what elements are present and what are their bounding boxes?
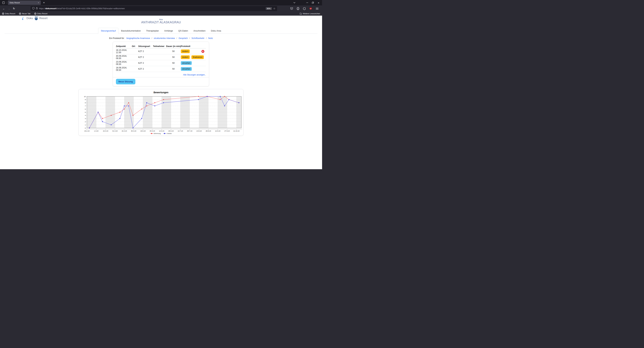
bookmark-star-icon[interactable]: ☆ — [273, 7, 276, 10]
tab-therapieplan[interactable]: Therapieplan — [144, 28, 162, 34]
session-table-body: 16.10.2024, 12:30KZT 250ändern✖30.09.202… — [116, 48, 206, 72]
tab-anhaenge[interactable]: Anhänge — [162, 28, 176, 34]
tab-basisdokumentation[interactable]: Basisdokumentation — [118, 28, 144, 34]
svg-text:27.9.24: 27.9.24 — [224, 130, 230, 132]
col-teilnehmer: Teilnehmer — [153, 45, 166, 48]
separator: / — [206, 37, 206, 40]
tab-list-chevron-icon[interactable] — [292, 0, 297, 5]
extensions-puzzle-icon[interactable] — [302, 7, 306, 10]
session-zeitpunkt: 30.09.2024, 09:30 — [116, 55, 132, 60]
restore-window-button[interactable] — [310, 0, 316, 5]
page-content: Doku Resort Akte ANTHRAZIT ALASKAGRAU Si… — [0, 16, 322, 169]
url-bar[interactable]: https://dokuresort/detail?id=52cda235-2e… — [30, 6, 277, 11]
svg-text:10: 10 — [84, 96, 86, 98]
lock-icon[interactable] — [36, 7, 38, 10]
bookmarks-overflow-label: Weitere Lesezeichen — [303, 12, 320, 14]
session-sitzungsart: KZT 2 — [138, 50, 153, 52]
finalisieren-button[interactable]: finalisieren — [192, 55, 204, 59]
url-text[interactable]: https://dokuresort/detail?id=52cda235-2e… — [39, 8, 264, 10]
protocol-link-gespraech[interactable]: Gespräch — [179, 37, 188, 40]
bookmark-item[interactable]: Doku Resort — [34, 12, 48, 15]
tab-close-icon[interactable]: × — [37, 1, 40, 4]
protocol-link-notiz[interactable]: Notiz — [208, 37, 213, 40]
session-delete-cell: ✖ — [202, 50, 206, 53]
separator: / — [152, 37, 152, 40]
bookmark-label: Neuer Tab — [22, 12, 30, 14]
bookmark-label: Doku Resort — [5, 12, 15, 14]
firefox-view-icon[interactable] — [1, 0, 6, 5]
ändern-button[interactable]: ändern — [181, 55, 190, 59]
svg-text:13.8.24: 13.8.24 — [196, 130, 202, 132]
bookmark-item[interactable]: Neuer Tab — [19, 12, 30, 15]
ändern-button[interactable]: ändern — [181, 50, 190, 53]
tab-doku-area[interactable]: Doku Area — [208, 28, 224, 34]
session-actions: einsehen — [181, 67, 202, 71]
protocol-link-biographische-anamnese[interactable]: biographische Anamnese — [126, 37, 150, 40]
sessions-table: Zeitpunkt Ort Sitzungsart Teilnehmer Dau… — [113, 42, 209, 72]
new-session-button[interactable]: Neue Sitzung — [116, 79, 136, 84]
session-actions: einsehen — [181, 61, 202, 65]
session-dauer: 50 — [166, 50, 181, 52]
svg-text:uO: uO — [310, 8, 311, 9]
session-row: 16.09.2024, 09:30KZT 250einsehen — [116, 66, 206, 72]
protocol-bar: Ein Protokoll für: biographische Anamnes… — [0, 37, 322, 40]
chart-card: Bewertungen 15.2.241.3.2416.3.2431.3.241… — [78, 89, 244, 136]
svg-text:3: 3 — [85, 118, 86, 120]
session-sitzungsart: KZT 2 — [138, 56, 153, 58]
session-sitzungsart: KZT 2 — [138, 62, 153, 64]
account-icon[interactable] — [296, 7, 300, 10]
delete-session-button[interactable]: ✖ — [202, 50, 204, 53]
url-path: /detail?id=52cda235-2e46-4cb1-83fe-90fb6… — [56, 8, 125, 10]
session-row: 30.09.2024, 09:30KZT 250ändernfinalisier… — [116, 54, 206, 60]
forward-button[interactable]: → — [6, 6, 12, 11]
show-all-sessions-link[interactable]: Alle Sitzungen anzeigen.. — [183, 74, 206, 76]
tab-separator — [7, 2, 7, 4]
session-zeitpunkt: 23.09.2024, 09:30 — [116, 61, 132, 66]
tab-qs-daten[interactable]: QS-Daten — [176, 28, 191, 34]
globe-icon — [19, 12, 21, 15]
svg-text:31.3.24: 31.3.24 — [112, 130, 118, 132]
legend-marker-icon — [164, 133, 166, 134]
chart-title: Bewertungen — [79, 91, 243, 94]
svg-text:1.3.24: 1.3.24 — [94, 130, 98, 132]
tracking-protection-shield-icon[interactable] — [32, 7, 34, 10]
menu-hamburger-icon[interactable] — [315, 7, 319, 10]
new-tab-button[interactable]: + — [42, 0, 46, 5]
svg-text:0: 0 — [85, 127, 86, 129]
bookmarks-bar: Doku Resort Neuer Tab Doku Resort Weiter… — [0, 12, 322, 16]
col-sitzungsart: Sitzungsart — [138, 45, 153, 48]
close-window-button[interactable]: × — [316, 0, 322, 5]
bookmarks-overflow[interactable]: Weitere Lesezeichen — [300, 12, 320, 14]
show-all-row: Alle Sitzungen anzeigen.. — [113, 72, 209, 77]
svg-text:4: 4 — [85, 114, 86, 116]
browser-tab[interactable]: Doku Resort × — [8, 0, 41, 5]
record-title: ANTHRAZIT ALASKAGRAU — [0, 21, 322, 24]
page-tabs: Sitzungsverlauf Basisdokumentation Thera… — [4, 28, 318, 34]
tab-title: Doku Resort — [10, 2, 37, 4]
tab-sitzungsverlauf[interactable]: Sitzungsverlauf — [98, 28, 118, 34]
session-zeitpunkt: 16.09.2024, 09:30 — [116, 66, 132, 71]
svg-text:29.6.24: 29.6.24 — [168, 130, 174, 132]
pocket-icon[interactable] — [290, 7, 293, 10]
bottom-dark-bar — [0, 169, 322, 174]
session-sitzungsart: KZT 2 — [138, 68, 153, 70]
ublock-origin-icon[interactable]: uO — [309, 7, 312, 10]
protocol-link-strukturiertes-interview[interactable]: strukturiertes Interview — [154, 37, 175, 40]
einsehen-button[interactable]: einsehen — [181, 67, 192, 71]
bookmark-item[interactable]: Doku Resort — [2, 12, 15, 15]
legend-item-stimmung: Stimmung — [150, 132, 161, 134]
zoom-level-indicator[interactable]: 80% — [266, 7, 272, 10]
einsehen-button[interactable]: einsehen — [181, 61, 192, 65]
minimize-button[interactable] — [304, 0, 310, 5]
reload-button[interactable]: ↻ — [12, 6, 16, 11]
svg-text:30.4.24: 30.4.24 — [131, 130, 136, 132]
back-button[interactable]: ← — [1, 6, 6, 11]
svg-text:16.3.24: 16.3.24 — [103, 130, 108, 132]
col-dauer: Dauer (in min) — [166, 45, 181, 48]
legend-item-antrieb: Antrieb — [164, 132, 172, 134]
bookmark-label: Doku Resort — [37, 12, 48, 14]
svg-text:6: 6 — [85, 108, 86, 110]
tab-anschreiben[interactable]: Anschreiben — [191, 28, 208, 34]
window-controls: × — [292, 0, 322, 5]
protocol-link-schriftverkehr[interactable]: Schriftverkehr — [192, 37, 204, 40]
